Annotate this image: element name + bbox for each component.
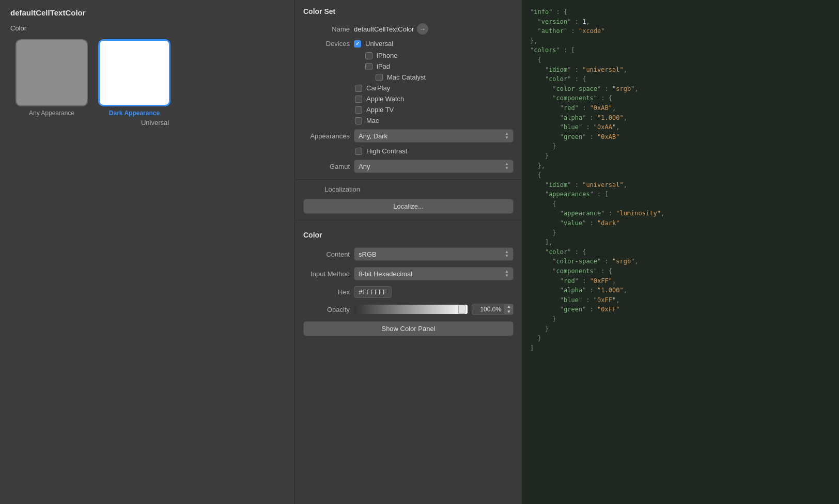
gamut-row: Gamut Any ▲ ▼ — [295, 156, 522, 176]
dark-appearance-label: Dark Appearance — [109, 109, 160, 117]
main-layout: defaultCellTextColor Color Any Appearanc… — [0, 0, 839, 504]
content-label: Content — [303, 250, 350, 258]
apple-watch-row: Apple Watch — [295, 93, 522, 104]
ipad-checkbox[interactable] — [365, 63, 372, 70]
content-row: Content sRGB ▲ ▼ — [295, 244, 522, 264]
any-appearance-preview[interactable]: Any Appearance — [15, 39, 88, 117]
opacity-thumb — [458, 305, 465, 314]
json-content: "info" : { "version" : 1, "author" : "xc… — [530, 7, 831, 353]
name-nav-arrow[interactable]: → — [417, 23, 428, 35]
input-method-select[interactable]: 8-bit Hexadecimal ▲ ▼ — [354, 267, 514, 280]
universal-checkbox[interactable] — [354, 40, 361, 48]
appearances-label: Appearances — [303, 132, 350, 140]
mac-catalyst-label: Mac Catalyst — [387, 73, 426, 81]
localization-label: Localization — [303, 185, 360, 193]
hex-value[interactable]: #FFFFFF — [354, 286, 392, 298]
universal-label: Universal — [0, 119, 294, 127]
carplay-row: CarPlay — [295, 83, 522, 93]
apple-tv-label: Apple TV — [366, 106, 394, 114]
hex-label: Hex — [303, 288, 350, 296]
mac-catalyst-row: Mac Catalyst — [295, 72, 522, 83]
mac-row: Mac — [295, 115, 522, 126]
high-contrast-checkbox[interactable] — [355, 148, 362, 155]
asset-title: defaultCellTextColor — [0, 0, 294, 22]
apple-tv-row: Apple TV — [295, 104, 522, 115]
carplay-checkbox[interactable] — [355, 85, 362, 92]
mac-label: Mac — [366, 117, 379, 124]
opacity-stepper[interactable]: ▲ ▼ — [505, 304, 514, 315]
left-panel: defaultCellTextColor Color Any Appearanc… — [0, 0, 294, 504]
opacity-label: Opacity — [303, 306, 350, 313]
apple-watch-checkbox[interactable] — [355, 96, 362, 103]
localization-label-row: Localization — [295, 183, 522, 196]
ipad-row: iPad — [295, 61, 522, 72]
opacity-increment[interactable]: ▲ — [505, 304, 513, 309]
show-color-panel-button[interactable]: Show Color Panel — [303, 321, 514, 336]
apple-tv-checkbox[interactable] — [355, 106, 362, 114]
gamut-select[interactable]: Any ▲ ▼ — [354, 160, 514, 173]
dark-appearance-preview[interactable]: Dark Appearance — [98, 39, 170, 117]
high-contrast-row: High Contrast — [295, 146, 522, 156]
gamut-value: Any — [359, 163, 370, 170]
iphone-row: iPhone — [295, 50, 522, 61]
divider-1 — [295, 179, 522, 180]
universal-device-label: Universal — [365, 40, 393, 48]
name-label: Name — [303, 25, 350, 33]
carplay-label: CarPlay — [366, 84, 390, 92]
json-panel: "info" : { "version" : 1, "author" : "xc… — [522, 0, 839, 504]
input-method-row: Input Method 8-bit Hexadecimal ▲ ▼ — [295, 264, 522, 284]
middle-panel: Color Set Name defaultCellTextColor → De… — [294, 0, 522, 504]
color-set-section-title: Color Set — [295, 0, 522, 21]
color-label: Color — [10, 24, 26, 32]
input-method-label: Input Method — [303, 270, 350, 278]
any-appearance-box[interactable] — [15, 39, 88, 106]
hex-row: Hex #FFFFFF — [295, 284, 522, 301]
name-field: defaultCellTextColor → — [354, 23, 514, 35]
color-label-row: Color — [0, 22, 294, 34]
dark-appearance-box[interactable] — [98, 39, 170, 106]
input-method-arrows: ▲ ▼ — [505, 270, 509, 278]
opacity-row: Opacity 100.0% ▲ ▼ — [295, 301, 522, 318]
content-value: sRGB — [359, 250, 377, 258]
gamut-label: Gamut — [303, 163, 350, 170]
divider-2 — [295, 220, 522, 220]
high-contrast-label: High Contrast — [366, 147, 407, 155]
content-select[interactable]: sRGB ▲ ▼ — [354, 247, 514, 261]
iphone-label: iPhone — [377, 52, 397, 59]
iphone-checkbox[interactable] — [365, 52, 372, 59]
ipad-label: iPad — [377, 62, 390, 70]
appearances-row: Appearances Any, Dark ▲ ▼ — [295, 126, 522, 146]
previews-container: Any Appearance Dark Appearance — [0, 34, 294, 117]
appearances-arrows: ▲ ▼ — [505, 132, 509, 140]
color-section-header: Color — [295, 224, 522, 244]
apple-watch-label: Apple Watch — [366, 95, 404, 103]
name-value: defaultCellTextColor — [354, 25, 414, 33]
localize-button[interactable]: Localize... — [303, 199, 514, 214]
input-method-value: 8-bit Hexadecimal — [359, 270, 412, 278]
gamut-arrows: ▲ ▼ — [505, 162, 509, 170]
opacity-input[interactable]: 100.0% — [472, 304, 505, 315]
devices-label: Devices — [303, 40, 350, 48]
appearances-select[interactable]: Any, Dark ▲ ▼ — [354, 129, 514, 143]
content-arrows: ▲ ▼ — [505, 250, 509, 258]
mac-catalyst-checkbox[interactable] — [376, 74, 383, 81]
opacity-slider[interactable] — [354, 305, 468, 314]
name-row: Name defaultCellTextColor → — [295, 21, 522, 37]
opacity-decrement[interactable]: ▼ — [505, 309, 513, 314]
mac-checkbox[interactable] — [355, 117, 362, 124]
devices-label-row: Devices Universal — [295, 37, 522, 50]
opacity-value-box: 100.0% ▲ ▼ — [472, 304, 514, 315]
any-appearance-label: Any Appearance — [29, 109, 74, 117]
appearances-value: Any, Dark — [359, 132, 387, 140]
